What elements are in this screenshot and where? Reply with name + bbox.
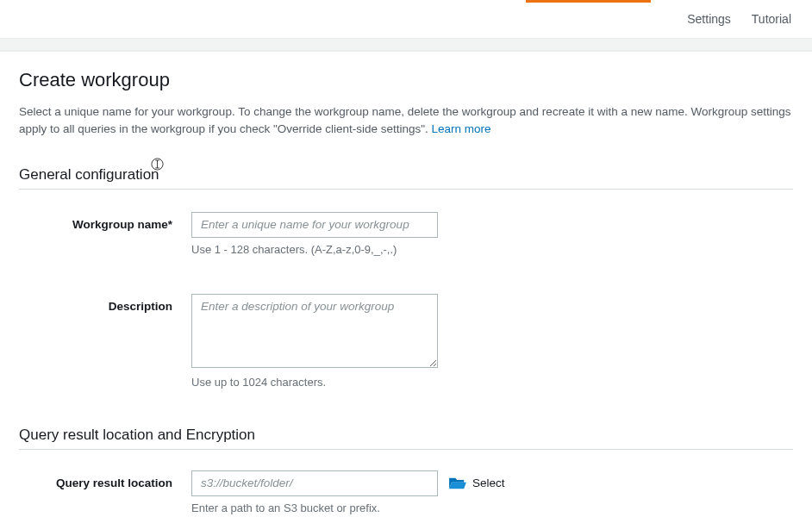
section-qrl-header: Query result location and Encryption (19, 427, 793, 450)
top-nav-bar: Settings Tutorial (0, 0, 812, 38)
description-label: Description (19, 294, 191, 313)
workgroup-name-label: Workgroup name* (19, 212, 191, 231)
intro-text: Select a unique name for your workgroup.… (19, 103, 793, 139)
active-tab-indicator (526, 0, 651, 3)
workgroup-name-hint: Use 1 - 128 characters. (A-Z,a-z,0-9,_,-… (191, 243, 793, 256)
query-result-location-hint: Enter a path to an S3 bucket or prefix. (191, 501, 505, 514)
query-result-location-row: Query result location Select Ent (19, 470, 793, 514)
separator-band (0, 38, 812, 51)
description-hint: Use up to 1024 characters. (191, 376, 793, 389)
section-general-title: General configuration (19, 166, 159, 183)
query-result-location-input[interactable] (191, 470, 438, 496)
query-result-location-label: Query result location (19, 470, 191, 489)
settings-link[interactable]: Settings (687, 12, 731, 26)
intro-body: Select a unique name for your workgroup.… (19, 105, 791, 135)
select-button-label: Select (472, 477, 505, 489)
section-general-header: General configuration (19, 166, 793, 190)
learn-more-link[interactable]: Learn more (432, 122, 491, 135)
main-content: Create workgroup Select a unique name fo… (0, 52, 812, 517)
page-title: Create workgroup (19, 69, 793, 91)
folder-open-icon (448, 476, 467, 491)
select-s3-button[interactable]: Select (448, 476, 505, 491)
description-input[interactable] (191, 294, 438, 368)
tutorial-link[interactable]: Tutorial (752, 12, 791, 26)
description-row: Description Use up to 1024 characters. (19, 294, 793, 389)
workgroup-name-row: Workgroup name* Use 1 - 128 characters. … (19, 212, 793, 256)
workgroup-name-input[interactable] (191, 212, 438, 238)
